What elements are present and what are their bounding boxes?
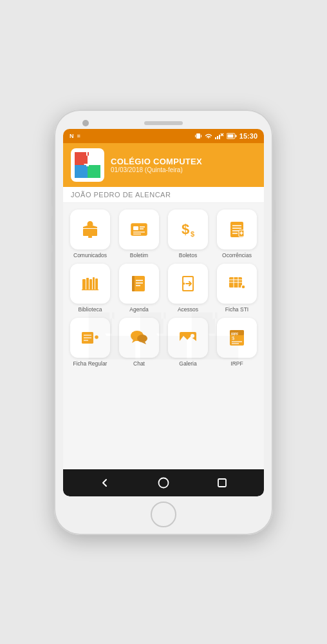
- svg-rect-2: [201, 135, 201, 137]
- ficha-sti-label: Ficha STI: [225, 306, 248, 313]
- boletos-icon-box: $ $: [168, 210, 208, 249]
- chat-label: Chat: [133, 360, 145, 367]
- menu-item-chat[interactable]: Chat: [117, 318, 161, 367]
- menu-item-ocorrencias[interactable]: Ocorrências: [215, 210, 259, 259]
- menu-item-boletos[interactable]: $ $ Boletos: [166, 210, 210, 259]
- svg-rect-11: [86, 164, 89, 166]
- acessos-label: Acessos: [178, 306, 198, 313]
- boletim-label: Boletim: [130, 252, 148, 259]
- phone-screen: N ≡: [63, 129, 264, 496]
- phone-frame: N ≡: [54, 110, 273, 535]
- menu-icon: ≡: [77, 133, 80, 139]
- svg-rect-3: [215, 137, 216, 139]
- boletos-label: Boletos: [179, 252, 197, 259]
- battery-icon: [227, 133, 237, 139]
- user-name: JOÃO PEDRO DE ALENCAR: [71, 191, 256, 199]
- svg-rect-31: [82, 279, 86, 289]
- svg-rect-1: [195, 135, 196, 137]
- ficha-regular-icon-box: [70, 318, 110, 358]
- menu-item-boletim[interactable]: Boletim: [117, 210, 161, 259]
- menu-item-ficha-sti[interactable]: Ficha STI: [215, 264, 259, 313]
- silent-button: [51, 251, 54, 280]
- status-bar-right: 15:30: [194, 132, 257, 140]
- svg-rect-44: [182, 282, 185, 284]
- phone-nav: [63, 469, 264, 496]
- boletim-icon-box: [119, 210, 159, 249]
- irpf-label: IRPF: [230, 360, 243, 367]
- biblioteca-label: Biblioteca: [79, 306, 102, 313]
- speaker: [144, 121, 183, 125]
- svg-rect-16: [133, 226, 138, 230]
- back-button[interactable]: [96, 474, 114, 492]
- menu-item-acessos[interactable]: Acessos: [166, 264, 210, 313]
- status-time: 15:30: [239, 132, 257, 140]
- front-camera: [82, 120, 89, 126]
- volume-up-button: [51, 187, 54, 206]
- svg-rect-13: [88, 236, 92, 238]
- svg-rect-67: [218, 479, 226, 487]
- comunicados-label: Comunicados: [73, 252, 107, 259]
- menu-item-biblioteca[interactable]: Biblioteca: [68, 264, 112, 313]
- svg-rect-0: [196, 133, 200, 139]
- ficha-sti-icon-box: [217, 264, 257, 304]
- biblioteca-icon-box: [70, 264, 110, 304]
- status-bar: N ≡: [63, 129, 264, 143]
- ficha-regular-label: Ficha Regular: [73, 360, 107, 367]
- menu-grid-wrapper: Comunicados: [63, 203, 264, 469]
- svg-rect-9: [235, 135, 236, 137]
- svg-point-66: [158, 478, 168, 487]
- home-button[interactable]: [154, 474, 173, 492]
- chat-icon-box: [119, 318, 159, 358]
- svg-rect-4: [217, 136, 218, 139]
- svg-rect-35: [95, 278, 98, 289]
- svg-text:$: $: [182, 221, 189, 237]
- ocorrencias-label: Ocorrências: [222, 252, 252, 259]
- app-header: COLÉGIO COMPUTEX 01/03/2018 (Quinta-feir…: [63, 143, 264, 187]
- menu-item-ficha-regular[interactable]: Ficha Regular: [68, 318, 112, 367]
- recent-apps-button[interactable]: [213, 474, 231, 492]
- svg-text:$: $: [191, 230, 194, 238]
- volume-down-button: [51, 216, 54, 245]
- menu-grid: Comunicados: [63, 203, 264, 374]
- svg-rect-32: [86, 278, 89, 289]
- ocorrencias-icon-box: [217, 210, 257, 249]
- svg-rect-12: [83, 229, 97, 236]
- wifi-icon: [205, 133, 212, 139]
- app-logo: [71, 148, 104, 182]
- menu-item-comunicados[interactable]: Comunicados: [68, 210, 112, 259]
- acessos-icon-box: [168, 264, 208, 304]
- svg-point-50: [241, 285, 245, 289]
- menu-item-irpf[interactable]: IRPF $ IRPF: [215, 318, 259, 367]
- power-button: [273, 200, 276, 232]
- school-name: COLÉGIO COMPUTEX: [111, 157, 256, 166]
- comunicados-icon-box: [70, 210, 110, 249]
- svg-point-55: [95, 335, 99, 339]
- vibrate-icon: [194, 132, 202, 140]
- phone-top-bar: [63, 121, 264, 125]
- menu-item-galeria[interactable]: Galeria: [166, 318, 210, 367]
- menu-item-agenda[interactable]: Agenda: [117, 264, 161, 313]
- svg-rect-10: [227, 134, 233, 137]
- app-header-info: COLÉGIO COMPUTEX 01/03/2018 (Quinta-feir…: [111, 157, 256, 173]
- agenda-icon-box: [119, 264, 159, 304]
- svg-rect-38: [132, 276, 135, 291]
- n-icon: N: [70, 133, 74, 139]
- agenda-label: Agenda: [129, 306, 148, 313]
- galeria-icon-box: [168, 318, 208, 358]
- svg-rect-33: [89, 279, 92, 289]
- svg-rect-34: [93, 277, 95, 289]
- user-bar: JOÃO PEDRO DE ALENCAR: [63, 187, 264, 203]
- galeria-label: Galeria: [179, 360, 196, 367]
- app-date: 01/03/2018 (Quinta-feira): [111, 166, 256, 173]
- svg-rect-37: [133, 276, 145, 291]
- home-indicator[interactable]: [151, 502, 176, 527]
- svg-text:$: $: [232, 335, 235, 341]
- status-bar-left: N ≡: [70, 133, 80, 139]
- svg-point-59: [191, 334, 194, 338]
- irpf-icon-box: IRPF $: [217, 318, 257, 358]
- signal-icon: [215, 133, 224, 139]
- svg-rect-5: [219, 135, 220, 139]
- svg-point-57: [137, 335, 147, 342]
